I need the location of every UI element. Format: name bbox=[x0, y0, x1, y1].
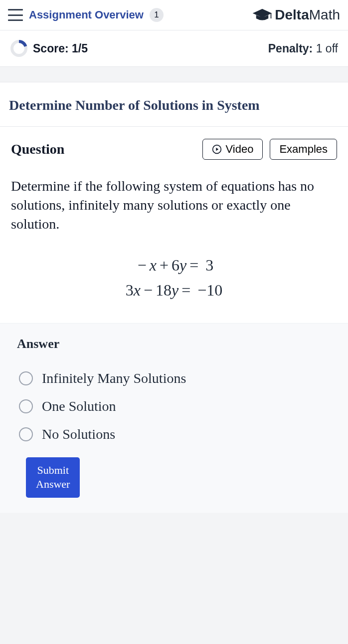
question-heading: Question bbox=[11, 141, 195, 157]
video-button-label: Video bbox=[226, 143, 254, 156]
choice-label: Infinitely Many Solutions bbox=[42, 370, 186, 386]
app-header: Assignment Overview 1 DeltaMath bbox=[0, 0, 348, 30]
choice-infinitely-many[interactable]: Infinitely Many Solutions bbox=[19, 364, 337, 392]
radio-icon bbox=[19, 371, 33, 385]
examples-button[interactable]: Examples bbox=[270, 139, 337, 160]
equation-2: 3x−18y= −10 bbox=[11, 278, 337, 303]
equation-system: −x+6y= 3 3x−18y= −10 bbox=[0, 238, 348, 322]
logo-text-bold: Delta bbox=[275, 7, 309, 22]
submit-answer-button[interactable]: SubmitAnswer bbox=[26, 457, 80, 498]
progress-ring-icon bbox=[10, 39, 28, 57]
graduation-cap-icon bbox=[252, 7, 273, 22]
answer-heading: Answer bbox=[17, 336, 337, 351]
submit-label: SubmitAnswer bbox=[36, 464, 70, 491]
penalty-label: Penalty: bbox=[268, 42, 313, 55]
video-button[interactable]: Video bbox=[202, 139, 263, 160]
assignment-count-badge: 1 bbox=[150, 8, 164, 22]
logo-text-light: Math bbox=[309, 7, 340, 22]
assignment-overview-link[interactable]: Assignment Overview bbox=[29, 8, 144, 21]
choice-one-solution[interactable]: One Solution bbox=[19, 392, 337, 420]
radio-icon bbox=[19, 399, 33, 413]
question-prompt: Determine if the following system of equ… bbox=[0, 165, 348, 238]
question-header-row: Question Video Examples bbox=[0, 127, 348, 165]
choice-no-solutions[interactable]: No Solutions bbox=[19, 420, 337, 448]
choice-label: One Solution bbox=[42, 398, 116, 414]
equation-1: −x+6y= 3 bbox=[11, 253, 337, 278]
play-circle-icon bbox=[212, 144, 222, 154]
problem-title: Determine Number of Solutions in System bbox=[0, 82, 348, 127]
problem-card: Determine Number of Solutions in System … bbox=[0, 82, 348, 513]
examples-button-label: Examples bbox=[279, 143, 328, 156]
penalty-value: 1 off bbox=[316, 42, 338, 55]
answer-section: Answer Infinitely Many Solutions One Sol… bbox=[0, 323, 348, 513]
radio-icon bbox=[19, 427, 33, 441]
penalty-text: Penalty: 1 off bbox=[268, 42, 338, 55]
score-value: 1/5 bbox=[72, 42, 88, 55]
deltamath-logo[interactable]: DeltaMath bbox=[252, 7, 340, 23]
score-bar: Score: 1/5 Penalty: 1 off bbox=[0, 30, 348, 67]
choice-label: No Solutions bbox=[42, 426, 115, 442]
menu-icon[interactable] bbox=[8, 9, 23, 21]
score-label: Score: bbox=[33, 42, 69, 55]
